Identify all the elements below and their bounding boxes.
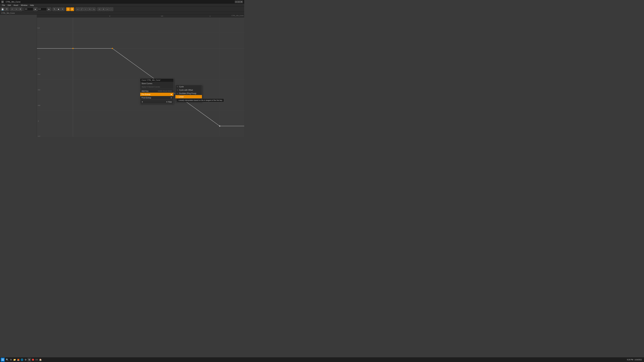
title-bar-text: CTRL_Min_Curve (6, 1, 235, 3)
time-input[interactable] (24, 7, 33, 11)
grid-button[interactable]: ⊞ (70, 7, 74, 11)
toolbar: 💾 ⟳ ↩ ↪ ⚙ ▶ ▶ ↖ ◆ ✛ ⊙ ⊞ — ╱ ⌐ ∿ ↘ ◁ ∧ — … (0, 7, 244, 12)
curve-settings-button[interactable]: ⚙ (18, 7, 22, 11)
separator-4 (65, 8, 66, 11)
filter-item[interactable]: ✦ ✦ Filter (140, 100, 174, 104)
redo-button[interactable]: ↪ (14, 7, 18, 11)
submenu-constant[interactable]: — Constant (176, 98, 202, 102)
flatten-tangent[interactable]: — (106, 7, 109, 11)
app-icon: U (1, 1, 4, 3)
keypoint-3 (219, 125, 220, 126)
cycle-icon: ∿ (177, 86, 178, 87)
separator-5 (75, 8, 75, 11)
context-menu-title: Curve 'CTRL_Min_Curve' (140, 79, 174, 82)
store-curves-item[interactable]: Store Curves (140, 82, 174, 85)
value-arrow[interactable]: ▶ (47, 7, 51, 11)
snap-button[interactable]: ⊙ (66, 7, 70, 11)
curve-svg (37, 17, 244, 137)
submenu-cycle[interactable]: ∿ Cycle (176, 85, 202, 88)
cycle-offset-icon: ∿ (177, 89, 178, 91)
maximize-button[interactable]: □ (238, 1, 240, 3)
value-input[interactable] (38, 7, 47, 11)
keypoint-1 (72, 48, 74, 49)
breadcrumb: CTRL_Min_Curve (0, 12, 244, 15)
main-area: CTRL_Min_Curve 0 0.5 1 0.2 -0.2 -0.4 -0.… (0, 15, 244, 137)
keypoint-2 (112, 48, 113, 49)
context-separator-2 (140, 100, 174, 100)
menu-file[interactable]: File (1, 4, 6, 7)
ruler-label-neg: 0 (109, 15, 110, 17)
add-key-item[interactable]: Add Key Middle Mouse Button (140, 89, 174, 93)
time-arrow[interactable]: ▶ (34, 7, 37, 11)
move-tool[interactable]: ✛ (61, 7, 64, 11)
submenu-linear[interactable]: ╲ Linear (176, 95, 202, 98)
apply-stored-item: Apply 0 Stored Curves (140, 85, 174, 88)
menu-help[interactable]: Help (29, 4, 35, 7)
close-button[interactable]: ✕ (240, 1, 243, 3)
ruler-top: 0 0.5 1 (37, 15, 244, 17)
tangent-fixed[interactable]: ∧ (102, 7, 105, 11)
title-bar-controls: ─ □ ✕ (235, 1, 243, 3)
linear-icon: ╲ (177, 96, 178, 97)
minimize-button[interactable]: ─ (235, 1, 238, 3)
constant-icon: — (177, 99, 178, 101)
pre-extrap-item[interactable]: Pre-Extrap ▶ (140, 93, 174, 96)
curve-name-label: CTRL_Min_Curve (232, 15, 244, 16)
breadcrumb-text: CTRL_Min_Curve (1, 12, 15, 14)
post-extrap-arrow: ▶ (171, 97, 172, 98)
submenu-oscillate[interactable]: ∧ Oscillate (Ping Pong) (176, 92, 202, 95)
save-button[interactable]: 💾 (1, 7, 4, 11)
add-key-shortcut: Middle Mouse Button (158, 90, 172, 92)
oscillate-icon: ∧ (177, 92, 178, 94)
menu-edit[interactable]: Edit (6, 4, 12, 7)
menu-asset[interactable]: Asset (12, 4, 20, 7)
post-extrap-item[interactable]: Post-Extrap ▶ (140, 96, 174, 99)
menu-window[interactable]: Window (20, 4, 29, 7)
ruler-label-one: 1 (210, 15, 210, 17)
menu-bar: File Edit Asset Window Help (0, 4, 244, 7)
tangent-weight[interactable]: ◁ (98, 7, 101, 11)
separator-2 (23, 8, 23, 11)
tangent-linear[interactable]: ╱ (80, 7, 84, 11)
ruler-label-half: 0.5 (161, 15, 163, 17)
select-tool[interactable]: ↖ (53, 7, 56, 11)
context-menu: Curve 'CTRL_Min_Curve' Store Curves Appl… (140, 78, 174, 104)
normalize-button[interactable]: ⋯ (110, 7, 113, 11)
title-bar: U CTRL_Min_Curve ─ □ ✕ (0, 0, 244, 4)
browse-button[interactable]: ⟳ (5, 7, 8, 11)
undo-button[interactable]: ↩ (10, 7, 14, 11)
pre-extrap-arrow: ▶ (171, 93, 172, 95)
curve-editor[interactable]: CTRL_Min_Curve 0 0.5 1 0.2 -0.2 -0.4 -0.… (37, 15, 244, 137)
sidebar (0, 15, 37, 137)
submenu-cycle-offset[interactable]: ∿ Cycle with Offset (176, 88, 202, 92)
pre-extrap-submenu: ∿ Cycle ∿ Cycle with Offset ∧ Oscillate … (175, 85, 202, 102)
tangent-cubic[interactable]: ∿ (88, 7, 92, 11)
tangent-step[interactable]: ⌐ (84, 7, 88, 11)
add-key-tool[interactable]: ◆ (57, 7, 60, 11)
tangent-flat[interactable]: — (76, 7, 80, 11)
tangent-break[interactable]: ↘ (92, 7, 96, 11)
